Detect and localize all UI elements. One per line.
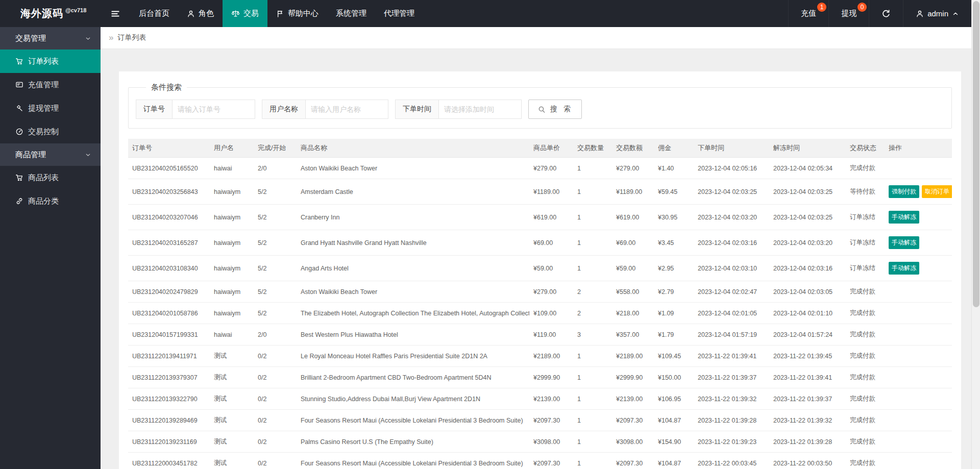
order-no-cell: UB2312040203165287 [128,230,210,256]
nav-item-help[interactable]: 帮助中心 [267,0,327,27]
manual-unfreeze-button[interactable]: 手动解冻 [889,211,919,224]
commission-cell: ¥59.45 [654,179,694,205]
actions-cell [885,453,952,469]
nav-item-label: 系统管理 [336,9,366,18]
nav-item-agent[interactable]: 代理管理 [375,0,423,27]
order-no-input[interactable] [173,100,255,119]
order-table: 订单号用户名完成/开始商品名称商品单价交易数量交易数额佣金下单时间解冻时间交易状… [128,139,952,469]
order-no-cell: UB2311220139289469 [128,410,210,431]
username-cell: haiwaiym [210,230,254,256]
product-name-cell: Angad Arts Hotel [297,256,529,281]
nav-item-dashboard[interactable]: 后台首页 [130,0,178,27]
progress-cell: 2/0 [254,158,297,179]
order-no-cell: UB2311220139322790 [128,388,210,410]
manual-unfreeze-button[interactable]: 手动解冻 [889,262,919,275]
refresh-button[interactable] [869,0,903,27]
actions-cell [885,324,952,345]
sidebar-item-label: 交易控制 [28,127,59,137]
navbar-right-group: 充值 1 提现 0 admin [788,0,971,27]
sidebar-item-trade-control[interactable]: 交易控制 [0,120,101,143]
username-cell: haiwaiym [210,303,254,324]
order-table-body: UB2312040205165520haiwai2/0Aston Waikiki… [128,158,952,469]
table-row: UB2312040202479829haiwaiym5/2Aston Waiki… [128,281,952,303]
recharge-button[interactable]: 充值 1 [788,0,828,27]
section-title: 商品管理 [15,150,46,160]
order-no-cell: UB2311220003451782 [128,453,210,469]
username-cell: haiwai [210,158,254,179]
column-header: 交易状态 [846,139,885,158]
scrollbar-thumb[interactable] [973,1,979,307]
nav-item-trade[interactable]: 交易 [223,0,267,27]
username-cell: 测试 [210,367,254,388]
sidebar-item-label: 订单列表 [28,57,59,66]
sidebar-item-withdraw[interactable]: 提现管理 [0,96,101,120]
progress-cell: 5/2 [254,230,297,256]
breadcrumb-arrow-icon: » [109,33,113,43]
sidebar-section-product[interactable]: 商品管理 [0,143,101,166]
page-scrollbar[interactable] [971,0,980,469]
column-header: 交易数量 [573,139,612,158]
unit-price-cell: ¥2097.30 [529,410,573,431]
force-pay-button[interactable]: 强制付款 [889,185,919,198]
quantity-cell: 1 [573,256,612,281]
sidebar-item-recharge[interactable]: 充值管理 [0,73,101,96]
username-input[interactable] [306,100,388,119]
unit-price-cell: ¥59.00 [529,256,573,281]
progress-cell: 5/2 [254,205,297,230]
progress-cell: 0/2 [254,345,297,367]
order-time-cell: 2023-11-22 01:39:23 [694,431,769,453]
product-name-cell: Four Seasons Resort Maui (Accessible Lok… [297,410,529,431]
nav-item-system[interactable]: 系统管理 [327,0,375,27]
amount-cell: ¥218.00 [612,303,654,324]
refresh-icon [881,9,891,18]
order-time-cell: 2023-12-04 02:05:16 [694,158,769,179]
unit-price-cell: ¥279.00 [529,158,573,179]
column-header: 用户名 [210,139,254,158]
sidebar-item-product-list[interactable]: 商品列表 [0,166,101,189]
order-time-cell: 2023-12-04 02:01:05 [694,303,769,324]
status-cell: 订单冻结 [846,205,885,230]
sidebar-item-product-category[interactable]: 商品分类 [0,189,101,213]
order-no-cell: UB2311220139411971 [128,345,210,367]
search-button[interactable]: 搜 索 [528,100,582,119]
actions-cell [885,388,952,410]
quantity-cell: 1 [573,431,612,453]
progress-cell: 0/2 [254,410,297,431]
withdraw-button[interactable]: 提现 0 [828,0,869,27]
commission-cell: ¥3.45 [654,230,694,256]
manual-unfreeze-button[interactable]: 手动解冻 [889,236,919,249]
progress-cell: 5/2 [254,256,297,281]
order-time-input[interactable] [439,100,522,119]
quantity-cell: 1 [573,205,612,230]
commission-cell: ¥154.90 [654,431,694,453]
actions-cell [885,345,952,367]
unit-price-cell: ¥2139.00 [529,388,573,410]
cancel-order-button[interactable]: 取消订单 [922,185,952,198]
column-header: 订单号 [128,139,210,158]
user-icon [916,10,924,18]
order-no-cell: UB2311220139379307 [128,367,210,388]
sidebar-section-trade[interactable]: 交易管理 [0,27,101,50]
amount-cell: ¥2999.90 [612,367,654,388]
user-menu[interactable]: admin [903,0,971,27]
actions-cell [885,367,952,388]
product-name-cell: The Elizabeth Hotel, Autograph Collectio… [297,303,529,324]
amount-cell: ¥2097.30 [612,410,654,431]
progress-cell: 0/2 [254,367,297,388]
sidebar-toggle-button[interactable] [101,0,130,27]
sidebar-item-label: 商品分类 [28,196,59,206]
table-row: UB2311220139231169测试0/2Palms Casino Reso… [128,431,952,453]
sidebar-item-label: 充值管理 [28,80,59,90]
unfreeze-time-cell: 2023-12-04 02:01:10 [769,303,846,324]
recharge-count-badge: 1 [817,3,826,12]
top-navbar: 海外源码 @cv718 后台首页 角色 交易 帮助中心 系统管理 代理管理 充值 [0,0,971,27]
chevron-down-icon [85,152,91,158]
menu-icon [111,9,120,18]
progress-cell: 5/2 [254,179,297,205]
link-icon [15,197,23,205]
table-row: UB2312040205165520haiwai2/0Aston Waikiki… [128,158,952,179]
order-no-label: 订单号 [136,100,173,119]
nav-item-role[interactable]: 角色 [178,0,223,27]
sidebar-item-order-list[interactable]: 订单列表 [0,50,101,73]
withdraw-count-badge: 0 [857,3,867,12]
